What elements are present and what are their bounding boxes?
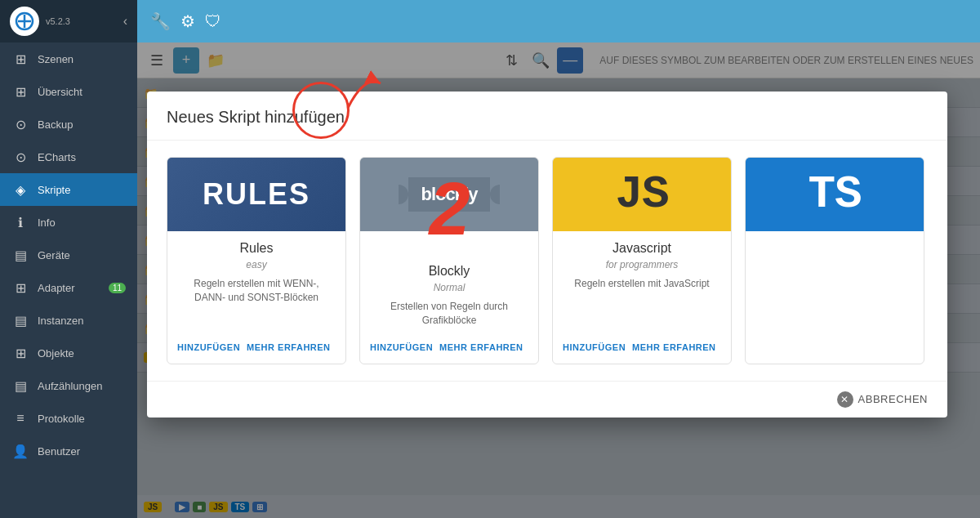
sidebar-item-adapter[interactable]: ⊞ Adapter 11 [0,271,137,304]
sidebar-item-szenen[interactable]: ⊞ Szenen [0,42,137,75]
javascript-card-actions: HINZUFÜGEN MEHR ERFAHREN [553,334,731,364]
blockly-card: blockly 2 Blockly Normal Erstellen von R… [359,157,539,364]
javascript-card: JS Javascript for programmers Regeln ers… [552,157,732,364]
sidebar-label-objekte: Objekte [38,347,74,359]
cancel-button[interactable]: ✕ ABBRECHEN [837,391,928,408]
modal-body: RULES Rules easy Regeln erstellen mit WE… [147,141,947,381]
rules-card-body: Rules easy Regeln erstellen mit WENN-, D… [167,231,345,334]
rules-card-actions: HINZUFÜGEN MEHR ERFAHREN [167,334,345,364]
main-content: 🔧 ⚙ 🛡 ☰ + 📁 ⇅ 🔍 — AUF DIESES SYMBOL ZUM … [137,0,980,518]
sidebar-label-backup: Backup [38,118,73,131]
typescript-card-image: TS [746,158,924,231]
javascript-card-difficulty: for programmers [564,259,719,270]
blockly-puzzle-pieces: blockly [408,177,491,212]
sidebar-label-uebersicht: Übersicht [38,86,82,98]
rules-card-image: RULES [167,158,345,231]
sidebar-label-instanzen: Instanzen [38,315,83,327]
cancel-icon: ✕ [837,391,853,408]
sidebar-item-objekte[interactable]: ⊞ Objekte [0,337,137,369]
javascript-more-button[interactable]: MEHR ERFAHREN [632,341,715,354]
rules-card: RULES Rules easy Regeln erstellen mit WE… [167,157,346,364]
backup-icon: ⊙ [11,115,29,133]
sidebar-item-protokolle[interactable]: ≡ Protokolle [0,402,137,435]
info-icon: ℹ [11,213,29,231]
device-icon: ▤ [11,246,29,264]
script-icon: ◈ [11,181,29,199]
blockly-more-button[interactable]: MEHR ERFAHREN [439,341,523,354]
blockly-card-title: Blockly [372,264,527,279]
rules-card-title: Rules [179,241,334,256]
blockly-add-button[interactable]: HINZUFÜGEN [370,341,433,354]
grid2-icon: ⊞ [11,83,29,100]
enum-icon: ▤ [11,377,29,395]
instance-icon: ▤ [11,311,29,329]
sidebar-label-benutzer: Benutzer [38,445,80,458]
shield-icon[interactable]: 🛡 [205,12,221,31]
blockly-puzzle-text: blockly [408,177,491,212]
sidebar-label-aufzaehlungen: Aufzählungen [38,380,103,392]
typescript-card: TS [745,157,924,364]
app-version: v5.2.3 [46,16,70,26]
rules-card-difficulty: easy [179,259,334,270]
add-script-modal: Neues Skript hinzufügen RULES Rules easy… [147,92,947,418]
sidebar-item-backup[interactable]: ⊙ Backup [0,108,137,141]
javascript-card-title: Javascript [564,241,719,256]
modal-overlay: Neues Skript hinzufügen RULES Rules easy… [137,42,980,518]
cancel-label: ABBRECHEN [858,393,928,405]
blockly-card-actions: HINZUFÜGEN MEHR ERFAHREN [360,334,538,364]
sidebar-label-szenen: Szenen [38,53,74,65]
sidebar-item-skripte[interactable]: ◈ Skripte [0,173,137,206]
javascript-add-button[interactable]: HINZUFÜGEN [563,341,626,354]
sidebar-label-adapter: Adapter [38,282,75,294]
rules-card-desc: Regeln erstellen mit WENN-, DANN- und SO… [179,277,334,305]
sidebar-header: v5.2.3 ‹ [0,0,137,42]
javascript-card-body: Javascript for programmers Regeln erstel… [553,231,731,334]
blockly-card-body: Blockly Normal Erstellen von Regeln durc… [360,254,538,334]
sidebar-label-protokolle: Protokolle [38,413,85,425]
sidebar-item-echarts[interactable]: ⊙ ECharts [0,141,137,173]
scripts-area: ☰ + 📁 ⇅ 🔍 — AUF DIESES SYMBOL ZUM BEARBE… [137,42,980,518]
rules-image-text: RULES [203,177,310,212]
grid-icon: ⊞ [11,50,29,68]
topbar: 🔧 ⚙ 🛡 [137,0,980,42]
log-icon: ≡ [11,409,29,427]
blockly-card-difficulty: Normal [372,282,527,293]
adapter-icon: ⊞ [11,279,29,297]
blockly-card-desc: Erstellen von Regeln durch Grafikblöcke [372,300,527,328]
sidebar-collapse-button[interactable]: ‹ [123,14,127,29]
sidebar-item-info[interactable]: ℹ Info [0,206,137,239]
adapter-badge: 11 [109,283,126,293]
modal-title: Neues Skript hinzufügen [147,92,947,141]
user-icon: 👤 [11,442,29,460]
sidebar-label-geraete: Geräte [38,249,70,261]
js-image-text: JS [615,168,668,221]
app-logo [10,7,39,36]
sidebar-item-geraete[interactable]: ▤ Geräte [0,239,137,271]
rules-add-button[interactable]: HINZUFÜGEN [177,341,240,354]
javascript-card-desc: Regeln erstellen mit JavaScript [564,277,719,291]
rules-more-button[interactable]: MEHR ERFAHREN [247,341,330,354]
sidebar-item-aufzaehlungen[interactable]: ▤ Aufzählungen [0,369,137,402]
object-icon: ⊞ [11,344,29,362]
blockly-card-image: blockly 2 [360,158,538,231]
sidebar-label-info: Info [38,217,56,229]
chart-icon: ⊙ [11,148,29,166]
sidebar-item-uebersicht[interactable]: ⊞ Übersicht [0,75,137,108]
sidebar: v5.2.3 ‹ ⊞ Szenen ⊞ Übersicht ⊙ Backup ⊙… [0,0,137,518]
sidebar-item-instanzen[interactable]: ▤ Instanzen [0,304,137,337]
javascript-card-image: JS [553,158,731,231]
sidebar-item-benutzer[interactable]: 👤 Benutzer [0,435,137,467]
wrench-icon[interactable]: 🔧 [150,11,171,31]
ts-image-text: TS [808,168,861,221]
settings-icon[interactable]: ⚙ [180,11,195,31]
sidebar-label-echarts: ECharts [38,151,76,163]
sidebar-label-skripte: Skripte [38,184,70,196]
modal-footer: ✕ ABBRECHEN [147,381,947,418]
